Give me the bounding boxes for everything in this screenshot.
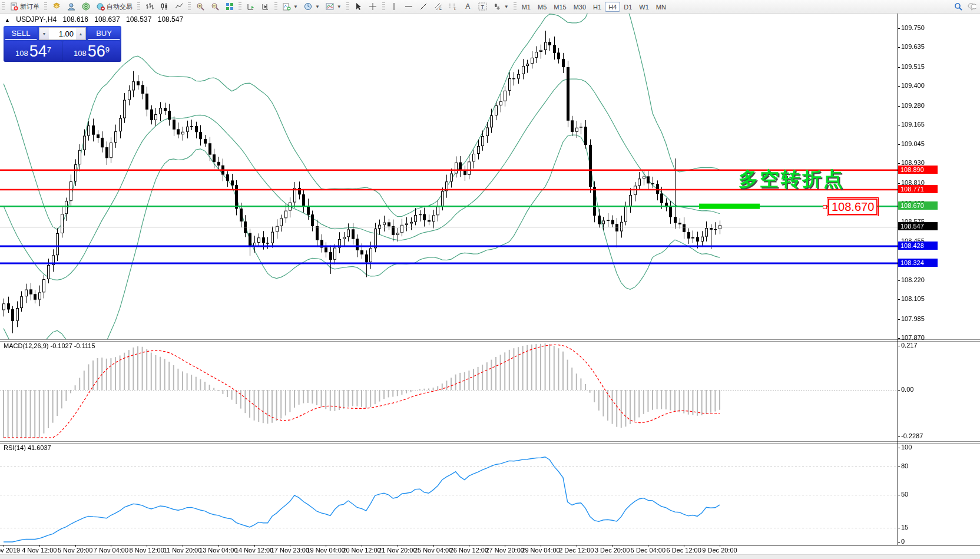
- timeframe-h4[interactable]: H4: [605, 2, 620, 12]
- toolbar-grip[interactable]: [2, 2, 5, 11]
- templates-button[interactable]: ▼: [323, 2, 345, 12]
- price-level-badge: 108.324: [898, 259, 938, 267]
- chat-icon[interactable]: [968, 2, 976, 11]
- text-button[interactable]: A: [461, 2, 475, 12]
- timeframe-mn[interactable]: MN: [653, 2, 670, 12]
- time-axis-label: 6 Dec 12:00: [667, 547, 701, 554]
- collapse-quote-icon[interactable]: ▲: [5, 17, 10, 23]
- horizontal-line-button[interactable]: [402, 2, 416, 12]
- vertical-line-button[interactable]: [387, 2, 402, 12]
- sell-price[interactable]: 108 54 7: [5, 41, 62, 61]
- rsi-label: RSI(14) 41.6037: [4, 444, 51, 451]
- new-order-button[interactable]: 新订单: [6, 2, 42, 12]
- rsi-axis-label: 100: [901, 444, 912, 451]
- price-level-badge: 108.771: [898, 185, 938, 193]
- periods-icon: [304, 2, 313, 11]
- candlestick-chart-button[interactable]: [157, 2, 171, 12]
- toolbar-grip[interactable]: [382, 2, 385, 11]
- sell-price-point: 7: [47, 41, 51, 59]
- buy-price[interactable]: 108 56 9: [63, 41, 120, 61]
- candlestick-chart-icon: [160, 2, 168, 11]
- one-click-trading-panel: SELL ▼ ▲ BUY 108 54 7 108 56 9: [4, 26, 121, 62]
- time-axis-label: 14 Nov 12:00: [235, 547, 273, 554]
- market-watch-button[interactable]: [49, 2, 64, 12]
- macd-label: MACD(12,26,9) -0.1027 -0.1115: [4, 342, 95, 349]
- toolbar-grip[interactable]: [137, 2, 140, 11]
- tile-windows-button[interactable]: [222, 2, 237, 12]
- new-order-label: 新订单: [20, 2, 39, 11]
- auto-scroll-icon: [246, 2, 255, 11]
- line-chart-button[interactable]: [171, 2, 186, 12]
- cursor-button[interactable]: [351, 2, 366, 12]
- timeframe-h1[interactable]: H1: [590, 2, 605, 12]
- quote-high: 108.637: [94, 15, 120, 24]
- autotrading-button[interactable]: 自动交易: [93, 2, 135, 12]
- data-window-icon: [67, 2, 75, 11]
- search-icon[interactable]: [954, 2, 963, 11]
- macd-axis-label: -0.2287: [901, 432, 923, 439]
- rsi-axis-label: 50: [901, 491, 908, 498]
- chart-annotation-text[interactable]: 多空转折点: [739, 166, 845, 193]
- data-window-button[interactable]: [64, 2, 78, 12]
- strategy-tester-button[interactable]: [78, 2, 93, 12]
- auto-scroll-button[interactable]: [243, 2, 258, 12]
- price-callout-label[interactable]: 108.670: [828, 199, 878, 215]
- fibonacci-button[interactable]: F: [446, 2, 461, 12]
- price-axis-label: 107.985: [901, 315, 925, 322]
- svg-text:E: E: [439, 7, 442, 11]
- crosshair-button[interactable]: [366, 2, 380, 12]
- macd-axis-label: 0.217: [901, 342, 918, 349]
- callout-handle[interactable]: [823, 205, 827, 209]
- zoom-in-button[interactable]: [193, 2, 207, 12]
- timeframe-m1[interactable]: M1: [518, 2, 534, 12]
- sell-price-pips: 54: [29, 44, 47, 59]
- timeframe-m30[interactable]: M30: [570, 2, 590, 12]
- strategy-tester-icon: [81, 2, 90, 11]
- timeframe-w1[interactable]: W1: [635, 2, 653, 12]
- volume-decrease-button[interactable]: ▼: [39, 28, 49, 39]
- price-level-badge: 108.890: [898, 166, 938, 174]
- text-label-button[interactable]: T: [475, 2, 490, 12]
- toolbar-grip[interactable]: [346, 2, 349, 11]
- time-axis-label: 27 Nov 20:00: [485, 547, 524, 554]
- toolbar-grip[interactable]: [274, 2, 277, 11]
- trendline-button[interactable]: [416, 2, 431, 12]
- arrows-button[interactable]: ▼: [490, 2, 512, 12]
- time-axis-label: 21 Nov 20:00: [378, 547, 416, 554]
- time-axis-label: 7 Nov 04:00: [94, 547, 128, 554]
- toolbar: 新订单 自动交易 ▼ ▼ ▼ E F A T ▼: [0, 0, 980, 14]
- time-axis-label: 11 Nov 20:00: [164, 547, 202, 554]
- chart-shift-icon: [261, 2, 270, 11]
- toolbar-grip[interactable]: [239, 2, 241, 11]
- chart-shift-button[interactable]: [258, 2, 273, 12]
- chart-canvas[interactable]: [0, 13, 980, 559]
- toolbar-grip[interactable]: [44, 2, 47, 11]
- price-axis-label: 109.750: [901, 24, 925, 31]
- price-axis-label: 109.400: [901, 82, 925, 89]
- dropdown-arrow-icon: ▼: [337, 4, 342, 9]
- rsi-axis-label: 0: [901, 538, 905, 545]
- equidistant-channel-button[interactable]: E: [431, 2, 446, 12]
- dropdown-arrow-icon: ▼: [504, 4, 509, 9]
- timeframe-m5[interactable]: M5: [534, 2, 550, 12]
- indicators-button[interactable]: ▼: [279, 2, 301, 12]
- toolbar-right: [954, 2, 976, 11]
- volume-control: ▼ ▲: [39, 27, 86, 40]
- buy-button[interactable]: BUY: [88, 27, 120, 40]
- time-axis-label: 5 Nov 20:00: [58, 547, 92, 554]
- new-order-icon: [9, 2, 18, 11]
- svg-text:T: T: [481, 4, 484, 10]
- price-axis-label: 109.635: [901, 43, 925, 50]
- text-icon: A: [463, 2, 472, 11]
- toolbar-grip[interactable]: [188, 2, 191, 11]
- periods-button[interactable]: ▼: [301, 2, 323, 12]
- toolbar-grip[interactable]: [514, 2, 517, 11]
- zoom-out-button[interactable]: [207, 2, 222, 12]
- volume-increase-button[interactable]: ▲: [76, 28, 85, 39]
- timeframe-d1[interactable]: D1: [620, 2, 635, 12]
- sell-button[interactable]: SELL: [5, 27, 37, 40]
- timeframe-m15[interactable]: M15: [550, 2, 570, 12]
- volume-input[interactable]: [49, 28, 76, 39]
- cursor-icon: [354, 2, 363, 11]
- bar-chart-button[interactable]: [142, 2, 157, 12]
